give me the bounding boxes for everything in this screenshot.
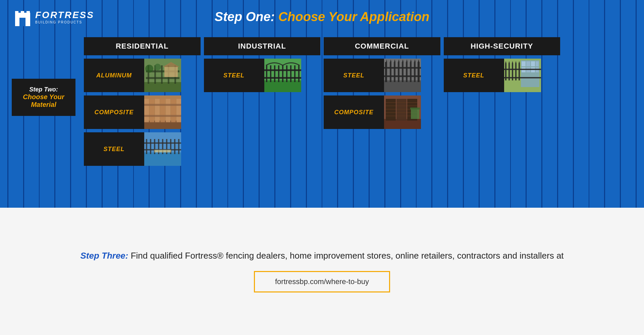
residential-steel-label[interactable]: STEEL bbox=[84, 132, 144, 166]
logo-text: FORTRESS BUILDING PRODUCTS bbox=[35, 10, 94, 24]
svg-rect-34 bbox=[150, 139, 151, 154]
step-three-paragraph: Step Three: Find qualified Fortress® fen… bbox=[80, 251, 564, 261]
svg-rect-63 bbox=[406, 62, 408, 82]
svg-rect-45 bbox=[266, 65, 267, 82]
svg-rect-49 bbox=[282, 65, 283, 82]
website-button[interactable]: fortressbp.com/where-to-buy bbox=[254, 271, 390, 292]
industrial-steel-img bbox=[264, 59, 301, 92]
svg-rect-44 bbox=[264, 80, 301, 92]
step-two-label: Step Two: bbox=[18, 86, 69, 93]
svg-rect-115 bbox=[515, 64, 517, 80]
svg-rect-114 bbox=[512, 64, 513, 80]
svg-rect-65 bbox=[414, 62, 416, 82]
svg-rect-27 bbox=[144, 104, 181, 106]
svg-rect-89 bbox=[396, 106, 407, 106]
fortress-logo-icon bbox=[13, 6, 32, 28]
residential-steel-row: STEEL bbox=[84, 132, 201, 166]
commercial-composite-label[interactable]: COMPOSITE bbox=[324, 95, 384, 129]
industrial-column: STEEL bbox=[204, 59, 321, 166]
svg-rect-23 bbox=[160, 99, 165, 122]
residential-composite-image bbox=[144, 95, 181, 129]
svg-rect-61 bbox=[398, 62, 399, 82]
svg-rect-66 bbox=[418, 62, 420, 82]
header: FORTRESS BUILDING PRODUCTS Step One: Cho… bbox=[0, 0, 644, 34]
bottom-section: Step Three: Find qualified Fortress® fen… bbox=[0, 208, 644, 335]
highsecurity-steel-img bbox=[504, 59, 541, 92]
svg-rect-98 bbox=[411, 109, 419, 119]
residential-aluminum-image bbox=[144, 59, 181, 92]
svg-rect-57 bbox=[384, 80, 421, 92]
svg-rect-94 bbox=[407, 106, 417, 106]
svg-rect-28 bbox=[144, 115, 181, 117]
header-step-action: Choose Your Application bbox=[278, 10, 429, 24]
svg-rect-52 bbox=[294, 65, 296, 82]
svg-rect-47 bbox=[274, 65, 275, 82]
residential-composite-row: COMPOSITE bbox=[84, 95, 201, 129]
svg-rect-67 bbox=[384, 67, 421, 69]
svg-rect-92 bbox=[396, 116, 407, 116]
svg-rect-26 bbox=[176, 99, 181, 122]
svg-rect-51 bbox=[290, 65, 291, 82]
commercial-column: STEEL bbox=[324, 59, 440, 166]
step-two-box: Step Two: Choose Your Material bbox=[12, 79, 75, 116]
main-title: Step One: Choose Your Application bbox=[215, 10, 429, 24]
svg-rect-90 bbox=[396, 109, 407, 110]
col-header-highsecurity[interactable]: HIGH-SECURITY bbox=[444, 37, 560, 55]
svg-rect-48 bbox=[278, 65, 279, 82]
col-header-residential[interactable]: RESIDENTIAL bbox=[84, 37, 201, 55]
svg-rect-113 bbox=[508, 64, 510, 80]
commercial-composite-image bbox=[384, 95, 421, 129]
material-grid: Step Two: Choose Your Material ALUMINUM bbox=[84, 59, 560, 166]
step-three-text: Find qualified Fortress® fencing dealers… bbox=[131, 251, 564, 261]
column-headers: RESIDENTIAL INDUSTRIAL COMMERCIAL HIGH-S… bbox=[84, 37, 560, 55]
brand-name: FORTRESS bbox=[35, 10, 94, 20]
svg-rect-64 bbox=[410, 62, 412, 82]
highsecurity-steel-image bbox=[504, 59, 541, 92]
svg-rect-81 bbox=[396, 99, 407, 121]
residential-steel-img bbox=[144, 132, 181, 166]
svg-rect-24 bbox=[166, 99, 170, 122]
top-content: FORTRESS BUILDING PRODUCTS Step One: Cho… bbox=[0, 0, 644, 208]
step-two-choose: Choose Your Material bbox=[18, 93, 69, 109]
residential-steel-image bbox=[144, 132, 181, 166]
svg-rect-80 bbox=[386, 99, 396, 121]
industrial-steel-label[interactable]: STEEL bbox=[204, 59, 264, 92]
residential-composite-img bbox=[144, 95, 181, 129]
grid-area: RESIDENTIAL INDUSTRIAL COMMERCIAL HIGH-S… bbox=[0, 34, 644, 169]
col-header-industrial[interactable]: INDUSTRIAL bbox=[204, 37, 321, 55]
highsecurity-steel-label[interactable]: STEEL bbox=[444, 59, 504, 92]
step-three-label: Step Three: bbox=[80, 251, 128, 261]
residential-aluminum-label[interactable]: ALUMINUM bbox=[84, 59, 144, 92]
svg-rect-116 bbox=[519, 64, 520, 80]
svg-rect-104 bbox=[531, 61, 535, 66]
svg-rect-22 bbox=[155, 99, 160, 122]
brand-sub: BUILDING PRODUCTS bbox=[35, 20, 94, 24]
svg-rect-41 bbox=[178, 139, 179, 154]
svg-rect-21 bbox=[150, 99, 154, 122]
svg-rect-2 bbox=[21, 11, 24, 15]
svg-rect-4 bbox=[19, 18, 25, 26]
svg-rect-33 bbox=[146, 139, 147, 154]
svg-rect-99 bbox=[410, 108, 420, 110]
residential-column: ALUMINUM bbox=[84, 59, 201, 166]
svg-rect-87 bbox=[386, 116, 396, 116]
svg-rect-55 bbox=[264, 77, 301, 79]
col-header-commercial[interactable]: COMMERCIAL bbox=[324, 37, 440, 55]
svg-rect-50 bbox=[286, 65, 287, 82]
svg-rect-58 bbox=[385, 62, 387, 82]
svg-rect-25 bbox=[171, 99, 176, 122]
commercial-steel-img bbox=[384, 59, 421, 92]
residential-composite-label[interactable]: COMPOSITE bbox=[84, 95, 144, 129]
svg-rect-86 bbox=[386, 112, 396, 113]
residential-aluminum-row: ALUMINUM bbox=[84, 59, 201, 92]
commercial-steel-row: STEEL bbox=[324, 59, 440, 92]
svg-rect-112 bbox=[505, 64, 506, 80]
commercial-composite-row: COMPOSITE bbox=[324, 95, 440, 129]
svg-rect-14 bbox=[164, 67, 178, 77]
svg-rect-84 bbox=[386, 106, 396, 106]
residential-aluminum-img bbox=[144, 59, 181, 92]
highsecurity-steel-row: STEEL bbox=[444, 59, 560, 92]
svg-point-16 bbox=[145, 65, 153, 73]
industrial-steel-row: STEEL bbox=[204, 59, 321, 92]
commercial-steel-label[interactable]: STEEL bbox=[324, 59, 384, 92]
